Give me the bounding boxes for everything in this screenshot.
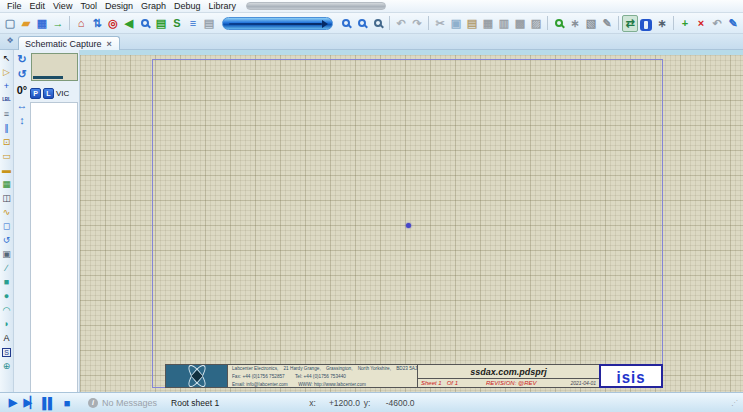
refresh-display-icon[interactable]: ⇅ (89, 15, 105, 32)
menu-item[interactable]: File (3, 1, 26, 11)
menu-item[interactable]: Library (204, 1, 240, 11)
tab-bar: ❖ Schematic Capture × (0, 34, 743, 50)
component-mode-icon[interactable]: ▷ (0, 65, 13, 79)
device-pin-mode-icon[interactable]: ▬ (0, 163, 13, 177)
design-explorer-icon[interactable]: ▤ (153, 15, 169, 32)
cursor-coordinates: x: +1200.0 y: -4600.0 (309, 398, 414, 408)
find-component-icon[interactable] (137, 15, 153, 32)
play-button[interactable]: ▶ (4, 395, 20, 411)
tape-recorder-mode-icon[interactable]: ◫ (0, 191, 13, 205)
schematic-canvas[interactable]: Labcenter Electronics, 21 Hardy Grange, … (80, 50, 743, 392)
goto-sheet-icon[interactable]: ◀ (121, 15, 137, 32)
2d-symbol-mode-icon[interactable]: S (0, 345, 13, 359)
block-rotate-icon[interactable]: ▩ (512, 15, 528, 32)
undo-icon[interactable]: ↶ (393, 15, 409, 32)
menu-item[interactable]: Design (101, 1, 137, 11)
close-tab-icon[interactable]: × (106, 39, 113, 49)
electrical-report-icon[interactable]: ≡ (185, 15, 201, 32)
goto-parent-sheet-icon[interactable]: ↶ (709, 15, 725, 32)
selection-mode-icon[interactable]: ↖ (0, 51, 13, 65)
toolbar-group-edit-design: ↶↷✂▣▤▦▥▩▨∗▧✎⇄∗+×↶✎ (338, 13, 741, 33)
rotation-angle-display[interactable]: 0° (15, 82, 29, 97)
netlist-icon[interactable]: ▤ (201, 15, 217, 32)
menu-item[interactable]: Tool (76, 1, 101, 11)
decompose-icon[interactable]: ✎ (599, 15, 615, 32)
packaging-tool-icon[interactable]: ▧ (583, 15, 599, 32)
home-icon[interactable]: ⌂ (73, 15, 89, 32)
step-button[interactable]: ▶▏ (22, 395, 38, 411)
canvas-top-strip (80, 50, 743, 55)
message-area[interactable]: i No Messages (88, 398, 157, 408)
junction-dot-mode-icon[interactable]: + (0, 79, 13, 93)
wire-label-mode-icon[interactable]: LBL (0, 93, 13, 107)
property-assignment-icon[interactable]: ∗ (654, 15, 670, 32)
2d-circle-mode-icon[interactable]: ● (0, 289, 13, 303)
2d-arc-mode-icon[interactable]: ◠ (0, 303, 13, 317)
root-sheet-label: Root sheet 1 (171, 398, 219, 408)
selector-label: VIC (56, 89, 69, 98)
edit-design-properties-icon[interactable]: ✎ (725, 15, 741, 32)
bill-of-materials-icon[interactable]: S (169, 15, 185, 32)
sheet-number: Sheet 1 Of 1 (418, 380, 458, 386)
mirror-vertical-icon[interactable]: ↕ (15, 112, 29, 127)
zoom-in-icon[interactable] (354, 15, 370, 32)
save-icon[interactable]: ▦ (34, 15, 50, 32)
pick-parts-icon[interactable] (551, 15, 567, 32)
open-folder-icon[interactable]: ▰ (18, 15, 34, 32)
voltage-probe-mode-icon[interactable]: ◻ (0, 219, 13, 233)
wire-autorouter-icon[interactable]: ⇄ (622, 15, 638, 32)
2d-text-mode-icon[interactable]: A (0, 331, 13, 345)
redo-icon[interactable]: ↷ (409, 15, 425, 32)
block-copy-icon[interactable]: ▦ (480, 15, 496, 32)
menu-item[interactable]: View (49, 1, 76, 11)
mirror-horizontal-icon[interactable]: ↔ (15, 97, 29, 112)
search-and-tag-icon[interactable] (638, 15, 654, 32)
new-file-icon[interactable]: ▢ (2, 15, 18, 32)
2d-path-mode-icon[interactable]: ◗ (0, 317, 13, 331)
block-delete-icon[interactable]: ▨ (528, 15, 544, 32)
copy-icon[interactable]: ▣ (448, 15, 464, 32)
center-at-cursor-icon[interactable]: ◎ (105, 15, 121, 32)
pages-icon[interactable]: ❖ (4, 36, 16, 48)
zoom-slider[interactable] (222, 17, 333, 30)
stop-button[interactable]: ■ (58, 395, 74, 411)
zoom-out-icon[interactable] (338, 15, 354, 32)
new-sheet-icon[interactable]: + (677, 15, 693, 32)
paste-icon[interactable]: ▤ (464, 15, 480, 32)
tab-schematic-capture[interactable]: Schematic Capture × (18, 36, 120, 50)
subcircuit-mode-icon[interactable]: ⊡ (0, 135, 13, 149)
menu-item[interactable]: Debug (170, 1, 205, 11)
pick-devices-button[interactable]: P (30, 88, 41, 99)
text-script-mode-icon[interactable]: ≡ (0, 107, 13, 121)
pause-button[interactable]: ▌▌ (40, 395, 56, 411)
graph-mode-icon[interactable]: ▦ (0, 177, 13, 191)
menu-item[interactable]: Graph (137, 1, 170, 11)
rotate-anticlockwise-icon[interactable]: ↺ (15, 67, 29, 82)
generator-mode-icon[interactable]: ∿ (0, 205, 13, 219)
rotate-clockwise-icon[interactable]: ↻ (15, 52, 29, 67)
make-device-icon[interactable]: ∗ (567, 15, 583, 32)
resize-grip[interactable]: ⋰ (731, 399, 739, 407)
2d-box-mode-icon[interactable]: ■ (0, 275, 13, 289)
import-icon[interactable]: → (50, 15, 66, 32)
cut-icon[interactable]: ✂ (432, 15, 448, 32)
virtual-instruments-mode-icon[interactable]: ▣ (0, 247, 13, 261)
object-selector-list[interactable] (30, 102, 78, 392)
remove-sheet-icon[interactable]: × (693, 15, 709, 32)
marker-mode-icon[interactable]: ⊕ (0, 359, 13, 373)
bus-mode-icon[interactable]: ∥ (0, 121, 13, 135)
2d-line-mode-icon[interactable]: ∕ (0, 261, 13, 275)
current-probe-mode-icon[interactable]: ↺ (0, 233, 13, 247)
terminal-mode-icon[interactable]: ▭ (0, 149, 13, 163)
address-line: Email: info@labcenter.com WWW: http://ww… (232, 381, 373, 387)
toolbar-separator (618, 16, 619, 30)
toolbar-separator (547, 16, 548, 30)
overview-window[interactable] (31, 53, 78, 81)
block-move-icon[interactable]: ▥ (496, 15, 512, 32)
library-button[interactable]: L (43, 88, 54, 99)
toolbar-group-file-view: ▢▰▦→⌂⇅◎◀▤S≡▤ (2, 13, 217, 33)
zoom-area-icon[interactable] (370, 15, 386, 32)
sheet-revision-row: Sheet 1 Of 1 REVISION: @REV 2021-04-01 (418, 378, 599, 387)
menu-item[interactable]: Edit (26, 1, 50, 11)
main-toolbar: ▢▰▦→⌂⇅◎◀▤S≡▤ ↶↷✂▣▤▦▥▩▨∗▧✎⇄∗+×↶✎ (0, 13, 743, 34)
